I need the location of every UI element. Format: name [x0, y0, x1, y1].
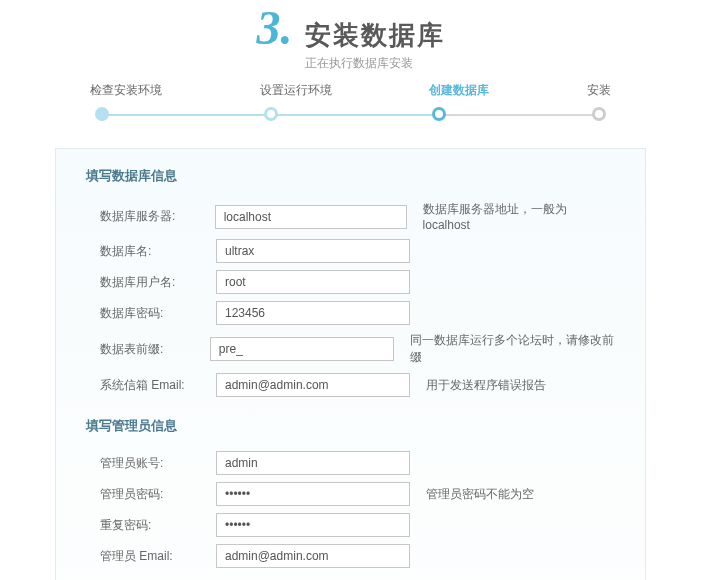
row-db-prefix: 数据表前缀: 同一数据库运行多个论坛时，请修改前缀: [86, 332, 615, 366]
progress-dot-2: [264, 107, 278, 121]
row-admin-pass2: 重复密码:: [86, 513, 615, 537]
label-db-server: 数据库服务器:: [100, 208, 215, 225]
label-db-pass: 数据库密码:: [100, 305, 216, 322]
input-admin-account[interactable]: [216, 451, 410, 475]
input-db-pass[interactable]: [216, 301, 410, 325]
hint-db-prefix: 同一数据库运行多个论坛时，请修改前缀: [410, 332, 615, 366]
step-label-install: 安装: [587, 82, 611, 99]
row-db-user: 数据库用户名:: [86, 270, 615, 294]
step-number: 3.: [257, 0, 293, 55]
input-admin-pass2[interactable]: [216, 513, 410, 537]
step-labels: 检查安装环境 设置运行环境 创建数据库 安装: [0, 82, 701, 99]
row-db-server: 数据库服务器: 数据库服务器地址，一般为 localhost: [86, 201, 615, 232]
row-admin-pass: 管理员密码: 管理员密码不能为空: [86, 482, 615, 506]
label-admin-email: 管理员 Email:: [100, 548, 216, 565]
step-label-check: 检查安装环境: [90, 82, 162, 99]
label-admin-account: 管理员账号:: [100, 455, 216, 472]
section-title-admin: 填写管理员信息: [86, 417, 615, 435]
input-db-email[interactable]: [216, 373, 410, 397]
label-admin-pass2: 重复密码:: [100, 517, 216, 534]
hint-db-email: 用于发送程序错误报告: [426, 377, 546, 394]
hint-admin-pass: 管理员密码不能为空: [426, 486, 534, 503]
page-header: 3. 安装数据库 正在执行数据库安装: [0, 0, 701, 72]
row-db-name: 数据库名:: [86, 239, 615, 263]
label-db-email: 系统信箱 Email:: [100, 377, 216, 394]
input-db-server[interactable]: [215, 205, 407, 229]
step-label-env: 设置运行环境: [260, 82, 332, 99]
row-admin-email: 管理员 Email:: [86, 544, 615, 568]
input-admin-email[interactable]: [216, 544, 410, 568]
input-db-name[interactable]: [216, 239, 410, 263]
page-title: 安装数据库: [305, 18, 445, 53]
label-admin-pass: 管理员密码:: [100, 486, 216, 503]
row-db-pass: 数据库密码:: [86, 301, 615, 325]
hint-db-server: 数据库服务器地址，一般为 localhost: [423, 201, 615, 232]
page-subtitle: 正在执行数据库安装: [305, 55, 445, 72]
progress-dot-4: [592, 107, 606, 121]
section-title-db: 填写数据库信息: [86, 167, 615, 185]
input-admin-pass[interactable]: [216, 482, 410, 506]
progress-dot-3: [432, 107, 446, 121]
row-admin-account: 管理员账号:: [86, 451, 615, 475]
step-label-db: 创建数据库: [429, 82, 489, 99]
label-db-user: 数据库用户名:: [100, 274, 216, 291]
form-panel: 填写数据库信息 数据库服务器: 数据库服务器地址，一般为 localhost 数…: [55, 148, 646, 580]
input-db-user[interactable]: [216, 270, 410, 294]
progress-dot-1: [95, 107, 109, 121]
label-db-name: 数据库名:: [100, 243, 216, 260]
label-db-prefix: 数据表前缀:: [100, 341, 210, 358]
progress-track: [95, 107, 606, 123]
input-db-prefix[interactable]: [210, 337, 395, 361]
row-db-email: 系统信箱 Email: 用于发送程序错误报告: [86, 373, 615, 397]
